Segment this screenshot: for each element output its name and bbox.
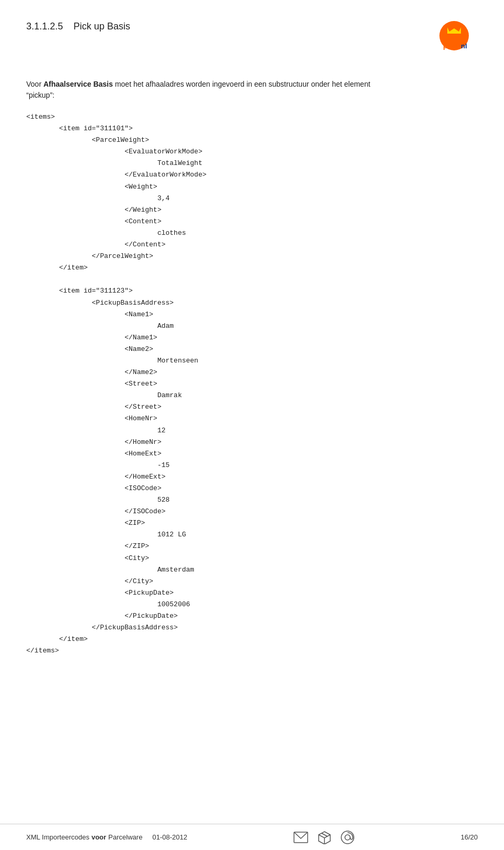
header: 3.1.1.2.5 Pick up Basis post nl xyxy=(26,21,478,63)
intro-text: Voor Afhaalservice Basis moet het afhaal… xyxy=(26,79,394,101)
footer-page: 16/20 xyxy=(460,833,478,841)
footer: XML Importeercodes voor Parcelware 01-08… xyxy=(0,824,504,850)
footer-text-voor: voor xyxy=(91,833,106,841)
footer-icons xyxy=(293,831,354,844)
svg-point-8 xyxy=(345,835,350,840)
postnl-logo: post nl xyxy=(415,21,478,60)
logo-container: post nl xyxy=(415,21,478,63)
page-number: 16/20 xyxy=(460,833,478,841)
footer-text-normal: XML Importeercodes xyxy=(26,833,89,841)
section-title: 3.1.1.2.5 Pick up Basis xyxy=(26,21,130,32)
footer-text-parcelware: Parcelware xyxy=(108,833,142,841)
mail-icon xyxy=(293,832,308,843)
page-container: 3.1.1.2.5 Pick up Basis post nl Voor Afh… xyxy=(0,0,504,850)
at-icon xyxy=(341,831,354,844)
footer-date: 01-08-2012 xyxy=(152,833,187,841)
section-number: 3.1.1.2.5 xyxy=(26,21,63,32)
code-block: <items> <item id="311101"> <ParcelWeight… xyxy=(26,111,478,657)
header-left: 3.1.1.2.5 Pick up Basis xyxy=(26,21,130,32)
intro-bold: Afhaalservice Basis xyxy=(44,80,113,88)
svg-text:nl: nl xyxy=(461,42,467,50)
svg-text:post: post xyxy=(443,42,458,50)
section-heading: Pick up Basis xyxy=(74,21,130,32)
footer-left: XML Importeercodes voor Parcelware 01-08… xyxy=(26,833,187,841)
package-icon xyxy=(318,831,331,844)
intro-before-bold: Voor xyxy=(26,80,44,88)
